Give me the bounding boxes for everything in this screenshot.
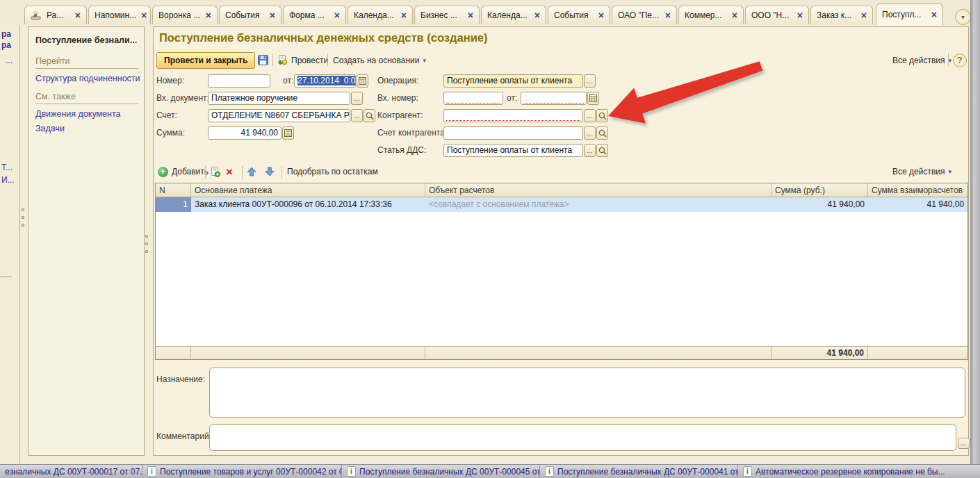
splitter-grip-sidebar[interactable] <box>145 235 148 253</box>
sidebar-item-tasks[interactable]: Задачи <box>35 124 138 133</box>
tab-events-2[interactable]: События × <box>548 6 610 24</box>
move-up-button[interactable] <box>247 165 256 179</box>
counterparty-select-button[interactable]: ... <box>584 109 596 122</box>
tab-receipt-active[interactable]: Поступл... × <box>876 3 943 25</box>
sidebar-item-subordination[interactable]: Структура подчиненности <box>35 74 138 83</box>
counterparty-open-button[interactable] <box>596 109 608 122</box>
items-all-actions-button[interactable]: Все действия ▾ <box>892 165 952 179</box>
tab-order[interactable]: Заказ к... × <box>810 6 873 24</box>
calendar-button[interactable] <box>357 74 368 88</box>
nav-section-seealso: См. также <box>35 92 138 104</box>
dds-open-button[interactable] <box>596 144 608 157</box>
copy-row-button[interactable] <box>210 165 220 179</box>
arrow-up-icon <box>247 167 256 176</box>
account-field[interactable]: ОТДЕЛЕНИЕ N8607 СБЕРБАНКА РОС <box>208 109 350 122</box>
edge-panel: ра ра ... Т... И... <box>0 25 20 464</box>
tab-business[interactable]: Бизнес ... × <box>414 6 480 24</box>
table-row[interactable]: 1 Заказ клиента 00УТ-000096 от 06.10.201… <box>156 197 967 212</box>
tab-close-icon[interactable]: × <box>931 10 937 19</box>
purpose-textarea[interactable] <box>209 368 965 418</box>
tab-close-icon[interactable]: × <box>598 10 604 20</box>
tab-close-icon[interactable]: × <box>797 10 803 20</box>
sidebar-item-doc-movements[interactable]: Движения документа <box>35 109 138 119</box>
taskbar-item[interactable]: i Поступление безналичных ДС 00УТ-000045… <box>342 465 540 478</box>
tab-close-icon[interactable]: × <box>732 10 737 20</box>
tab-reminders[interactable]: Напомин... × <box>88 6 151 24</box>
comment-expand-button[interactable]: ... <box>958 438 970 449</box>
tab-close-icon[interactable]: × <box>468 10 473 20</box>
column-header-object[interactable]: Объект расчетов <box>425 183 771 197</box>
create-on-basis-button[interactable]: Создать на основании ▾ <box>333 53 426 67</box>
tab-close-icon[interactable]: × <box>401 10 407 20</box>
taskbar-item[interactable]: i Автоматическое резервное копирование н… <box>738 465 980 478</box>
incoming-number-field[interactable] <box>443 92 503 105</box>
tab-calendar-1[interactable]: Календа... × <box>348 6 413 24</box>
toolbar-separator <box>327 53 328 66</box>
operation-select-button[interactable]: ... <box>584 74 596 88</box>
edge-link-fragment[interactable]: ра <box>1 40 11 50</box>
tab-events-1[interactable]: События × <box>219 6 281 24</box>
taskbar-item[interactable]: i Поступление безналичных ДС 00УТ-000041… <box>540 465 738 478</box>
add-row-button[interactable]: + Добавить <box>158 165 209 179</box>
tab-form[interactable]: Форма ... × <box>283 6 346 24</box>
save-button[interactable] <box>256 53 270 67</box>
column-header-n[interactable]: N <box>156 183 191 197</box>
info-icon: i <box>147 466 156 477</box>
move-down-button[interactable] <box>265 165 275 179</box>
incoming-doc-select-button[interactable]: ... <box>351 92 363 105</box>
comment-field[interactable] <box>209 425 956 451</box>
taskbar-item[interactable]: i Поступление товаров и услуг 00УТ-00004… <box>142 465 342 478</box>
tab-calendar-2[interactable]: Календа... × <box>481 6 546 24</box>
incoming-doc-field[interactable]: Платежное поручение <box>208 92 350 105</box>
post-button[interactable]: Провести <box>277 53 328 67</box>
tab-close-icon[interactable]: × <box>861 10 867 20</box>
post-and-close-button[interactable]: Провести и закрыть <box>156 52 255 69</box>
tab-close-icon[interactable]: × <box>665 10 671 20</box>
number-field[interactable] <box>208 74 270 88</box>
edge-link-fragment[interactable]: ... <box>6 56 13 65</box>
account-open-button[interactable] <box>364 109 375 122</box>
sum-field[interactable]: 41 940,00 <box>208 126 281 140</box>
dds-select-button[interactable]: ... <box>584 144 596 157</box>
number-label: Номер: <box>156 74 184 88</box>
taskbar-item[interactable]: езналичных ДС 00УТ-000017 от 07.1... <box>0 465 142 478</box>
account-select-button[interactable]: ... <box>351 109 363 122</box>
column-header-sum[interactable]: Сумма (руб.) <box>771 183 868 197</box>
tab-close-icon[interactable]: × <box>206 10 211 20</box>
tab-commercial[interactable]: Коммер... × <box>678 6 744 24</box>
ellipsis-icon: ... <box>587 78 592 85</box>
footer-basis-cell <box>191 347 425 359</box>
edge-link-fragment[interactable]: Т... <box>1 163 13 172</box>
date-field[interactable]: 27.10.2014 0:00:00 <box>294 74 356 88</box>
tab-oao[interactable]: ОАО "Пе... × <box>612 6 677 24</box>
incoming-date-field[interactable]: . . <box>521 92 587 105</box>
tab-desktop[interactable]: Ра... × <box>24 6 87 24</box>
calculator-button[interactable] <box>282 126 294 140</box>
tab-funnel[interactable]: Воронка ... × <box>152 6 218 24</box>
incoming-date-calendar-button[interactable] <box>587 92 599 105</box>
column-header-basis[interactable]: Основание платежа <box>191 183 425 197</box>
column-header-mutual[interactable]: Сумма взаиморасчетов <box>868 183 967 197</box>
delete-row-button[interactable]: × <box>226 165 233 179</box>
tab-label: Заказ к... <box>817 10 851 20</box>
date-from-label: от: <box>283 74 293 88</box>
operation-field[interactable]: Поступление оплаты от клиента <box>443 74 583 88</box>
all-actions-button[interactable]: Все действия ▾ <box>892 53 952 67</box>
splitter-grip-left[interactable] <box>22 208 24 226</box>
help-button[interactable]: ? <box>953 53 967 67</box>
counterparty-account-open-button[interactable] <box>596 126 608 140</box>
counterparty-account-field[interactable] <box>443 126 583 140</box>
pick-by-balances-button[interactable]: Подобрать по остаткам <box>287 165 378 179</box>
edge-link-fragment[interactable]: ра <box>1 29 11 39</box>
tab-overflow-button[interactable]: ▾ <box>955 9 971 25</box>
tab-close-icon[interactable]: × <box>334 10 340 20</box>
tab-close-icon[interactable]: × <box>534 10 540 20</box>
dds-item-field[interactable]: Поступление оплаты от клиента <box>443 144 583 157</box>
edge-link-fragment[interactable]: И... <box>1 175 15 185</box>
counterparty-field[interactable] <box>443 109 583 122</box>
tab-close-icon[interactable]: × <box>75 10 81 20</box>
tab-close-icon[interactable]: × <box>270 10 275 20</box>
tab-close-icon[interactable]: × <box>141 10 147 20</box>
tab-ooo[interactable]: ООО "Н... × <box>745 6 809 24</box>
counterparty-account-select-button[interactable]: ... <box>584 126 596 140</box>
